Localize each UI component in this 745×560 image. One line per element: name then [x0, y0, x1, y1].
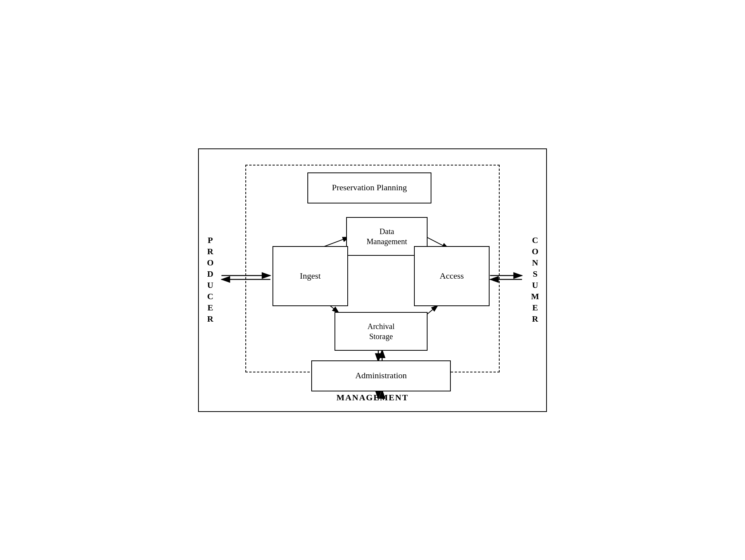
preservation-planning-box: Preservation Planning	[307, 172, 431, 203]
consumer-label: CONSUMER	[531, 235, 539, 325]
access-box: Access	[414, 246, 490, 306]
archival-storage-box: ArchivalStorage	[335, 312, 428, 351]
producer-label: PRODUCER	[206, 235, 214, 325]
ingest-box: Ingest	[272, 246, 348, 306]
management-label: MANAGEMENT	[336, 393, 409, 403]
administration-box: Administration	[311, 360, 451, 391]
diagram-container: PRODUCER CONSUMER Preservation Planning …	[198, 148, 547, 412]
